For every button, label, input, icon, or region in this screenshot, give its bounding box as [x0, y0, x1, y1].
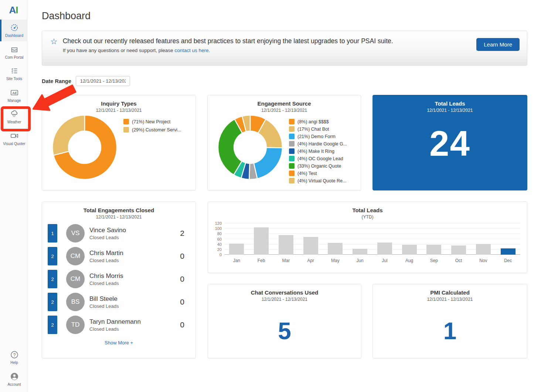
- person-name: Chris Morris: [89, 272, 123, 280]
- engagement-row: 1VSVince SavinoClosed Leads2: [42, 224, 195, 243]
- banner-support-text: If you have any questions or need suppor…: [63, 48, 471, 53]
- sidebar-item-label: Manage: [7, 99, 21, 103]
- legend-item: (29%) Customer Servi...: [123, 127, 181, 133]
- engagement-source-donut: [217, 114, 283, 185]
- legend-label: (4%) OC Google Lead: [297, 156, 343, 161]
- sidebar-item-visual-quoter[interactable]: Visual Quoter: [0, 128, 27, 149]
- bar-jan: [229, 244, 244, 255]
- legend-label: (4%) Hardie Google G...: [297, 141, 347, 147]
- bar-x-label: Sep: [422, 258, 446, 263]
- inbox-icon: [10, 45, 19, 54]
- legend-item: (33%) Organic Quote: [289, 163, 347, 169]
- sidebar-item-label: Site Tools: [6, 77, 22, 81]
- legend-item: (4%) Test: [289, 171, 347, 176]
- chat-conversations-title: Chat Conversations Used: [208, 289, 361, 296]
- account-icon: [10, 372, 19, 381]
- bar-x-label: Apr: [298, 258, 323, 263]
- sidebar-item-label: Com Portal: [5, 55, 23, 60]
- person-name: Vince Savino: [89, 227, 126, 234]
- inquiry-types-subtitle: 12/1/2021 - 12/13/2021: [42, 108, 195, 113]
- learn-more-button[interactable]: Learn More: [476, 38, 520, 51]
- inquiry-types-donut: [52, 114, 118, 182]
- sidebar-item-com-portal[interactable]: Com Portal: [0, 41, 27, 63]
- legend-item: (21%) Demo Form: [289, 134, 347, 139]
- engagements-closed-card: Total Engagements Closed 12/1/2021 - 12/…: [42, 202, 196, 358]
- contact-us-link[interactable]: contact us here.: [174, 48, 210, 53]
- sidebar-item-help[interactable]: ?Help: [0, 347, 27, 368]
- engagement-source-subtitle: 12/1/2021 - 12/13/2021: [208, 108, 361, 113]
- help-icon: ?: [10, 350, 19, 359]
- sidebar-item-weather[interactable]: Weather: [0, 106, 27, 128]
- legend-label: (8%) angi $$$$: [297, 119, 329, 124]
- total-leads-ytd-chart: 020406080100120JanFebMarAprMayJunJulAugS…: [208, 223, 527, 263]
- avatar: CM: [66, 270, 85, 288]
- bar-x-label: Aug: [397, 258, 422, 263]
- person-sublabel: Closed Leads: [89, 235, 126, 240]
- person-name: Chris Martin: [89, 250, 123, 257]
- sidebar-footer: ?HelpAccount: [0, 347, 27, 392]
- total-leads-subtitle: 12/1/2021 - 12/13/2021: [373, 108, 527, 113]
- legend-label: (33%) Organic Quote: [297, 164, 341, 169]
- person-name: Bill Steele: [89, 295, 119, 303]
- bar-x-label: Jul: [372, 258, 397, 263]
- avatar: VS: [66, 224, 85, 243]
- date-range-label: Date Range: [42, 78, 71, 84]
- chat-conversations-card: Chat Conversations Used 12/1/2021 - 12/1…: [208, 284, 361, 358]
- legend-item: (4%) OC Google Lead: [289, 156, 347, 161]
- engagement-row: 2CMChris MorrisClosed Leads0: [42, 270, 195, 288]
- person-name: Taryn Dannemann: [89, 318, 141, 326]
- engagements-list: 1VSVince SavinoClosed Leads22CMChris Mar…: [42, 224, 195, 334]
- legend-label: (4%) Virtual Quote Re...: [297, 178, 346, 183]
- date-range-row: Date Range: [42, 76, 527, 86]
- bar-jul: [377, 243, 392, 255]
- video-camera-icon: [10, 131, 19, 140]
- total-leads-card: Total Leads 12/1/2021 - 12/13/2021 24: [372, 95, 527, 190]
- engagement-source-card: Engagement Source 12/1/2021 - 12/13/2021…: [207, 95, 361, 190]
- legend-label: (4%) Make It Ring: [297, 149, 334, 154]
- main-content: Dashboard ☆ Check out our recently relea…: [27, 0, 541, 392]
- ad-icon: Ad: [10, 88, 19, 97]
- sidebar-item-dashboard[interactable]: Dashboard: [0, 20, 27, 41]
- closed-leads-count: 0: [180, 252, 184, 261]
- engagement-source-title: Engagement Source: [208, 100, 361, 107]
- bar-aug: [402, 245, 417, 255]
- rank-badge: 2: [48, 247, 57, 265]
- closed-leads-count: 0: [180, 320, 184, 329]
- closed-leads-count: 2: [180, 229, 184, 238]
- legend-swatch: [289, 156, 295, 161]
- bar-x-label: Jan: [224, 258, 249, 263]
- rank-badge: 1: [48, 224, 57, 243]
- sidebar-item-site-tools[interactable]: Site Tools: [0, 63, 27, 85]
- show-more-link[interactable]: Show More +: [42, 340, 195, 345]
- bar-dec: [501, 248, 516, 255]
- legend-item: (71%) New Project: [123, 119, 181, 124]
- pmi-calculated-value: 1: [373, 317, 527, 345]
- cloud-rain-icon: [10, 110, 19, 118]
- sidebar-item-manage[interactable]: AdManage: [0, 85, 27, 106]
- gauge-icon: [10, 23, 19, 32]
- chat-conversations-subtitle: 12/1/2021 - 12/13/2021: [208, 297, 361, 302]
- legend-swatch: [123, 127, 129, 133]
- total-leads-ytd-title: Total Leads: [208, 207, 527, 213]
- avatar: BS: [66, 293, 85, 311]
- closed-leads-count: 0: [180, 275, 184, 283]
- inquiry-types-legend: (71%) New Project(29%) Customer Servi...: [123, 119, 181, 182]
- engagement-source-legend: (8%) angi $$$$(17%) Chat Bot(21%) Demo F…: [289, 119, 347, 185]
- legend-swatch: [289, 178, 295, 183]
- total-leads-value: 24: [373, 123, 527, 164]
- logo-letter-a: A: [9, 4, 16, 16]
- bar-may: [328, 243, 343, 255]
- sidebar-item-account[interactable]: Account: [0, 368, 27, 390]
- date-range-input[interactable]: [76, 76, 130, 86]
- bar-x-label: May: [323, 258, 348, 263]
- legend-label: (71%) New Project: [132, 119, 170, 124]
- legend-swatch: [289, 163, 295, 169]
- sidebar-items: DashboardCom PortalSite ToolsAdManageWea…: [0, 20, 27, 149]
- engagements-closed-subtitle: 12/1/2021 - 12/13/2021: [42, 214, 195, 220]
- sidebar-item-label: Visual Quoter: [3, 142, 25, 146]
- inquiry-types-title: Inquiry Types: [42, 100, 195, 107]
- app-logo[interactable]: AI: [0, 0, 27, 20]
- closed-leads-count: 0: [180, 298, 184, 306]
- legend-swatch: [289, 134, 295, 139]
- total-leads-ytd-card: Total Leads (YTD) 020406080100120JanFebM…: [208, 202, 527, 273]
